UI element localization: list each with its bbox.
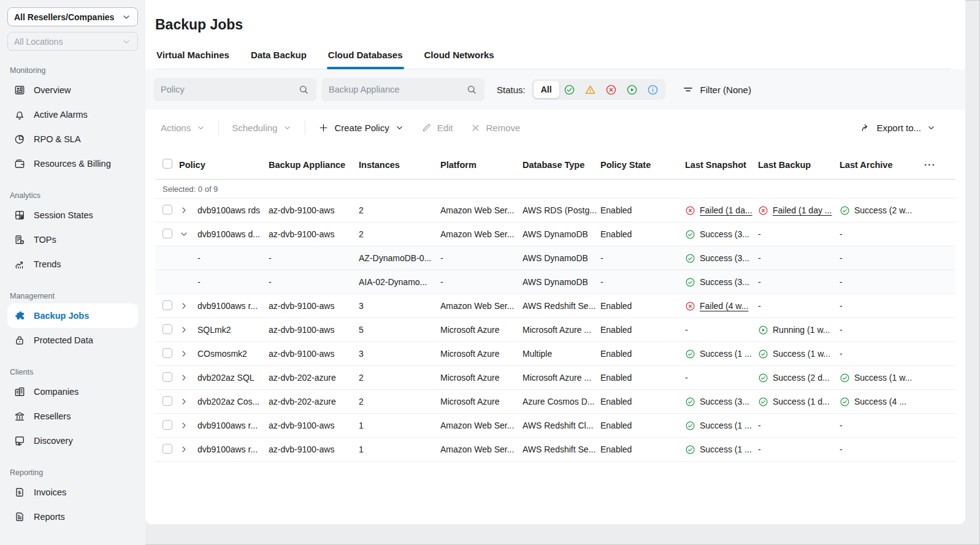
cell-last-snapshot-text[interactable]: Failed (4 w...: [700, 301, 748, 311]
chevron-right-icon[interactable]: [179, 301, 197, 311]
page-title: Backup Jobs: [155, 17, 951, 33]
app-root: { "colors": { "accent": "#1173c1", "gree…: [0, 0, 980, 545]
sidebar-item-session-states[interactable]: Session States: [7, 203, 138, 227]
columns-menu-button[interactable]: ···: [923, 160, 955, 170]
row-checkbox[interactable]: [163, 348, 172, 358]
policies-table: Policy Backup Appliance Instances Platfo…: [155, 150, 955, 462]
chevron-right-icon[interactable]: [179, 205, 197, 215]
chevron-right-icon[interactable]: [179, 373, 197, 383]
sidebar-item-active-alarms[interactable]: Active Alarms: [7, 102, 138, 127]
appliance-search-input[interactable]: [329, 85, 461, 94]
scheduling-button[interactable]: Scheduling: [232, 123, 292, 133]
table-row[interactable]: - - AIA-02-Dynamo... - AWS DynamoDB - Su…: [155, 270, 955, 294]
cell-policy-state: Enabled: [600, 349, 685, 359]
status-filter-warning[interactable]: [580, 81, 601, 98]
scheduling-button-label: Scheduling: [232, 123, 277, 133]
tab-virtual-machines[interactable]: Virtual Machines: [155, 50, 231, 69]
chevron-right-icon[interactable]: [179, 421, 197, 430]
sidebar-item-discovery[interactable]: Discovery: [7, 429, 138, 453]
tab-cloud-networks[interactable]: Cloud Networks: [423, 50, 496, 69]
cell-database-type: Microsoft Azure ...: [523, 373, 600, 383]
info-icon: [647, 84, 659, 96]
status-filter-running[interactable]: [622, 81, 643, 98]
table-row[interactable]: dvb9100aws d... az-dvb-9100-aws 2 Amazon…: [155, 223, 955, 246]
status-filter-info[interactable]: [643, 81, 664, 98]
row-checkbox[interactable]: [163, 205, 172, 215]
actions-button[interactable]: Actions: [161, 123, 205, 133]
edit-button-label: Edit: [437, 123, 453, 133]
table-header: Policy Backup Appliance Instances Platfo…: [155, 150, 955, 180]
status-filter-all[interactable]: All: [534, 81, 559, 98]
chevron-right-icon[interactable]: [179, 349, 197, 359]
table-row[interactable]: - - AZ-DynamoDB-0... - AWS DynamoDB - Su…: [155, 246, 955, 270]
chevron-right-icon[interactable]: [179, 325, 197, 335]
locations-select[interactable]: All Locations: [7, 32, 138, 51]
cell-last-archive: -: [840, 229, 923, 239]
cell-policy-state: -: [600, 253, 685, 263]
row-checkbox[interactable]: [163, 300, 172, 310]
row-checkbox[interactable]: [163, 229, 172, 238]
table-row[interactable]: dvb9100aws r... az-dvb-9100-aws 3 Amazon…: [155, 294, 955, 318]
row-checkbox[interactable]: [163, 396, 172, 406]
row-checkbox[interactable]: [163, 444, 172, 454]
sidebar-item-invoices[interactable]: $ Invoices: [7, 480, 138, 505]
remove-button[interactable]: Remove: [470, 123, 521, 133]
trend-icon: [13, 258, 26, 270]
cell-last-snapshot-text: Success (3...: [700, 253, 749, 263]
table-row[interactable]: dvb9100aws r... az-dvb-9100-aws 1 Amazon…: [155, 438, 955, 462]
policy-search-input[interactable]: [161, 85, 293, 94]
status-filter-failed[interactable]: [601, 81, 622, 98]
sidebar-item-backup-jobs[interactable]: Backup Jobs: [7, 303, 138, 328]
column-header-database-type: Database Type: [523, 160, 600, 170]
sidebar-item-reports[interactable]: Reports: [7, 505, 138, 529]
cell-platform: -: [440, 253, 523, 263]
cell-instances: 3: [359, 301, 440, 311]
policy-search[interactable]: [153, 78, 316, 101]
sidebar-item-protected-data[interactable]: Protected Data: [7, 328, 138, 353]
resellers-select[interactable]: All Resellers/Companies: [7, 7, 138, 26]
table-row[interactable]: dvb9100aws rds az-dvb-9100-aws 2 Amazon …: [155, 199, 955, 223]
tab-data-backup[interactable]: Data Backup: [250, 50, 308, 69]
export-button[interactable]: Export to...: [860, 123, 936, 133]
cell-last-snapshot-text[interactable]: Failed (1 da...: [700, 205, 752, 215]
edit-button[interactable]: Edit: [421, 123, 453, 133]
sidebar-item-label: Active Alarms: [34, 110, 88, 120]
table-row[interactable]: dvb202az Cos... az-dvb-202-azure 2 Micro…: [155, 390, 955, 414]
table-row[interactable]: dvb9100aws r... az-dvb-9100-aws 1 Amazon…: [155, 414, 955, 438]
filter-button[interactable]: Filter (None): [682, 83, 751, 96]
plus-icon: [318, 123, 329, 133]
sidebar-item-resellers[interactable]: Resellers: [7, 404, 138, 429]
row-checkbox[interactable]: [163, 420, 172, 430]
chevron-right-icon[interactable]: [179, 444, 197, 454]
cell-last-backup-text: Success (1 w...: [773, 349, 830, 359]
select-all-checkbox[interactable]: [163, 159, 172, 169]
table-row[interactable]: COsmosmk2 az-dvb-9100-aws 3 Microsoft Az…: [155, 342, 955, 366]
sidebar-item-label: Trends: [34, 259, 61, 269]
remove-button-label: Remove: [486, 123, 521, 133]
sidebar-item-resources-billing[interactable]: Resources & Billing: [7, 151, 138, 176]
cell-policy: dvb9100aws d...: [197, 229, 260, 239]
cell-last-backup-text[interactable]: Failed (1 day ...: [773, 205, 832, 215]
chevron-down-icon: [121, 12, 131, 22]
tab-cloud-databases[interactable]: Cloud Databases: [327, 50, 404, 69]
sidebar-item-companies[interactable]: Companies: [7, 379, 138, 404]
sidebar-item-overview[interactable]: Overview: [7, 78, 138, 102]
cell-last-snapshot: -: [685, 373, 758, 383]
cell-last-archive-text: Success (1 w...: [854, 373, 912, 383]
table-row[interactable]: dvb202az SQL az-dvb-202-azure 2 Microsof…: [155, 366, 955, 390]
chevron-down-icon[interactable]: [179, 229, 197, 239]
cell-backup-appliance: az-dvb-9100-aws: [269, 229, 359, 239]
create-policy-button[interactable]: Create Policy: [318, 123, 404, 133]
sidebar-item-trends[interactable]: Trends: [7, 252, 138, 276]
appliance-search[interactable]: [321, 78, 484, 101]
cell-last-snapshot-text: Success (3...: [700, 229, 749, 239]
chevron-right-icon[interactable]: [179, 397, 197, 406]
row-checkbox[interactable]: [163, 324, 172, 334]
cell-last-backup: Success (1 d...: [758, 397, 840, 407]
sidebar-item-rpo-sla[interactable]: RPO & SLA: [7, 127, 138, 151]
table-row[interactable]: SQLmk2 az-dvb-9100-aws 5 Microsoft Azure…: [155, 318, 955, 342]
sidebar-item-tops[interactable]: TOPs: [7, 227, 138, 252]
page-head: Backup Jobs Virtual MachinesData BackupC…: [145, 0, 965, 69]
row-checkbox[interactable]: [163, 372, 172, 382]
status-filter-success[interactable]: [559, 81, 580, 98]
